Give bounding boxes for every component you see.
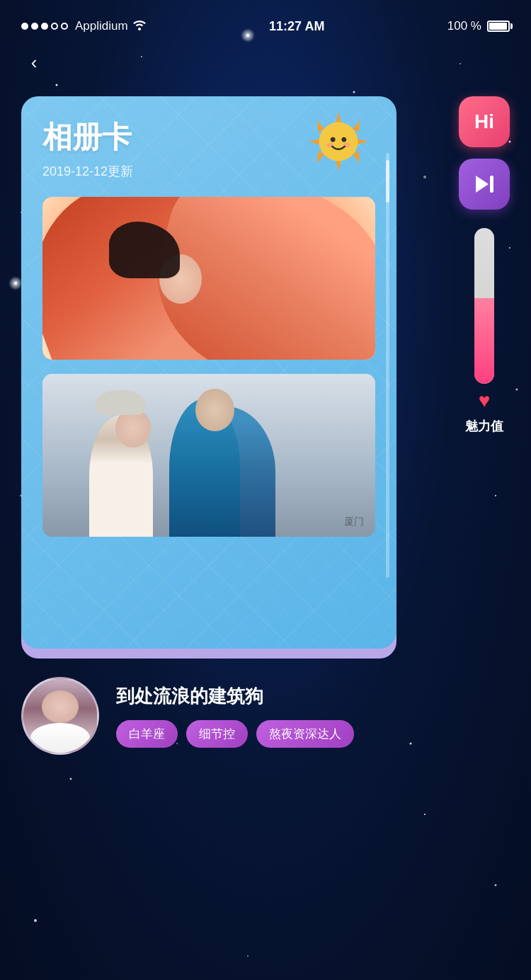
hi-button[interactable]: Hi: [459, 96, 510, 147]
svg-point-8: [319, 122, 358, 161]
tag-3[interactable]: 熬夜资深达人: [256, 720, 354, 748]
photo-girl-content: [42, 197, 375, 360]
status-right: 100 %: [447, 19, 510, 33]
wifi-icon: [132, 19, 147, 33]
dot5: [61, 23, 68, 30]
time-display: 11:27 AM: [269, 19, 324, 34]
play-button[interactable]: [459, 159, 510, 210]
photo-couple-content: 厦门: [42, 374, 375, 537]
user-info: 到处流浪的建筑狗 白羊座 细节控 熬夜资深达人: [116, 684, 510, 748]
sun-emoji: [307, 110, 370, 173]
svg-marker-1: [336, 160, 341, 171]
battery-icon: [487, 21, 510, 32]
scroll-bar: [386, 153, 389, 578]
main-content: 相册卡 2019-12-12更新: [0, 75, 531, 649]
back-chevron-icon: ‹: [31, 53, 38, 72]
photo-location: 厦门: [344, 515, 364, 528]
status-left: Applidium: [21, 19, 147, 33]
user-section: 到处流浪的建筑狗 白羊座 细节控 熬夜资深达人: [0, 649, 531, 769]
status-bar: Applidium 11:27 AM 100 %: [0, 0, 531, 42]
svg-rect-14: [490, 176, 493, 193]
svg-point-10: [341, 137, 346, 142]
svg-point-9: [331, 137, 336, 142]
dot2: [31, 23, 38, 30]
dot1: [21, 23, 28, 30]
avatar-person: [23, 679, 97, 753]
photo-2: 厦门: [42, 374, 375, 537]
right-widgets: Hi ♥ 魅力值: [459, 96, 510, 435]
charm-heart-icon: ♥: [479, 389, 491, 412]
battery-fill: [489, 23, 507, 30]
card-area: 相册卡 2019-12-12更新: [21, 96, 510, 649]
svg-marker-0: [336, 112, 341, 123]
user-name: 到处流浪的建筑狗: [116, 684, 510, 709]
user-tags: 白羊座 细节控 熬夜资深达人: [116, 720, 510, 748]
photo-1: [42, 197, 375, 360]
tag-2[interactable]: 细节控: [186, 720, 248, 748]
play-skip-icon: [472, 171, 497, 197]
battery-percentage: 100 %: [447, 19, 481, 33]
meter-fill: [474, 298, 494, 384]
charm-label: 魅力值: [465, 418, 503, 435]
svg-marker-13: [476, 176, 489, 193]
user-avatar: [21, 677, 99, 755]
meter-bar: [474, 228, 494, 384]
back-button[interactable]: ‹: [21, 50, 47, 75]
dot4: [51, 23, 58, 30]
svg-marker-3: [357, 139, 368, 144]
svg-marker-2: [309, 139, 320, 144]
signal-dots: [21, 23, 68, 30]
scroll-thumb: [386, 160, 389, 203]
tag-1[interactable]: 白羊座: [116, 720, 178, 748]
album-card[interactable]: 相册卡 2019-12-12更新: [21, 96, 396, 649]
charm-meter: ♥ 魅力值: [465, 228, 503, 435]
dot3: [41, 23, 48, 30]
carrier-label: Applidium: [75, 19, 128, 33]
